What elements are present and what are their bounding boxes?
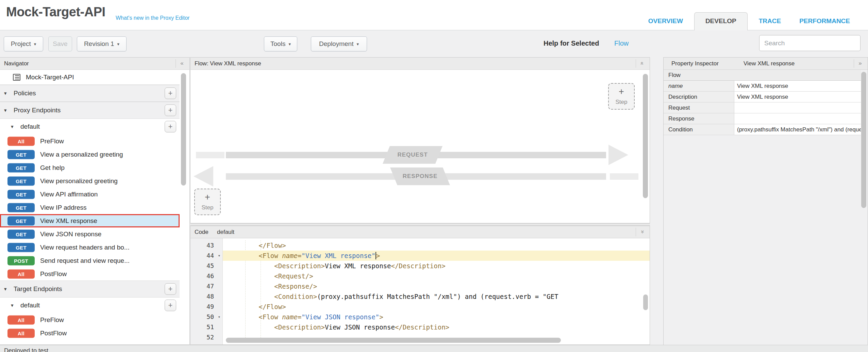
caret-down-icon[interactable]: ▾ — [4, 286, 7, 292]
line-gutter: 50▾ — [190, 312, 223, 322]
nav-item-label: PostFlow — [40, 270, 67, 278]
code-line-text: <Flow name="View JSON response"> — [223, 312, 650, 322]
nav-item-preflow[interactable]: AllPreFlow — [0, 134, 180, 148]
code-line-51[interactable]: 51 <Description>View JSON response</Desc… — [190, 322, 650, 332]
caret-down-icon[interactable]: ▾ — [4, 90, 7, 96]
code-vertical-scrollbar-thumb[interactable] — [643, 294, 648, 310]
code-line-45[interactable]: 45 <Description>View XML response</Descr… — [190, 261, 650, 271]
nav-item-proxy-endpoints[interactable]: ▾Proxy Endpoints+ — [0, 102, 180, 119]
code-horizontal-scrollbar-thumb[interactable] — [226, 338, 561, 343]
add-step-button[interactable]: + Step — [608, 83, 635, 110]
nav-item-view-personalized-greeting[interactable]: GETView personalized greeting — [0, 174, 180, 188]
caret-down-icon[interactable]: ▾ — [11, 302, 14, 308]
property-label: Request — [664, 102, 734, 113]
property-value-field[interactable]: View XML response — [734, 92, 861, 102]
property-value-field[interactable] — [734, 102, 861, 113]
fold-toggle-icon[interactable]: ▾ — [218, 251, 220, 261]
property-value-field[interactable] — [734, 113, 861, 124]
response-arrowhead-icon — [194, 166, 213, 187]
add-button[interactable]: + — [165, 121, 176, 132]
whats-new-link[interactable]: What's new in the Proxy Editor — [116, 15, 189, 21]
add-step-button[interactable]: + Step — [194, 189, 221, 215]
project-menu-button[interactable]: Project ▾ — [4, 36, 43, 51]
flow-panel-title: Flow: View XML response — [195, 58, 261, 69]
nav-item-label: View a personalized greeting — [40, 151, 123, 158]
search-input[interactable] — [759, 35, 861, 51]
code-panel-endpoint: default — [217, 226, 234, 238]
scrollbar-thumb[interactable] — [181, 73, 186, 186]
add-button[interactable]: + — [165, 300, 176, 311]
collapse-up-icon[interactable]: « — [636, 59, 648, 68]
nav-item-get-help[interactable]: GETGet help — [0, 161, 180, 174]
nav-item-send-request-and-view-reque[interactable]: POSTSend request and view reque... — [0, 254, 180, 267]
nav-item-view-ip-address[interactable]: GETView IP address — [0, 201, 180, 214]
revision-menu-button[interactable]: Revision 1 ▾ — [77, 36, 127, 51]
panel-resize-handle[interactable] — [190, 223, 650, 226]
flow-diagram-canvas[interactable]: + Step REQUEST RESPONSE + Step — [190, 70, 650, 223]
deployment-menu-button[interactable]: Deployment ▾ — [311, 36, 367, 51]
request-flow-label: REQUEST — [383, 146, 443, 164]
collapse-down-icon[interactable]: « — [636, 227, 648, 237]
scrollbar-thumb[interactable] — [643, 74, 648, 198]
code-line-44[interactable]: 44▾ <Flow name="View XML response"> — [190, 251, 650, 261]
navigator-scrollbar[interactable] — [181, 72, 186, 341]
save-button[interactable]: Save — [48, 36, 72, 51]
nav-item-view-api-affirmation[interactable]: GETView API affirmation — [0, 188, 180, 201]
code-editor[interactable]: 43 </Flow>44▾ <Flow name="View XML respo… — [190, 238, 650, 345]
nav-item-preflow[interactable]: AllPreFlow — [0, 313, 180, 326]
code-line-text: <Response/> — [223, 281, 650, 291]
tools-menu-button[interactable]: Tools ▾ — [264, 36, 297, 51]
inspector-row-name: nameView XML response — [664, 81, 861, 92]
code-line-47[interactable]: 47 <Response/> — [190, 281, 650, 291]
tab-overview[interactable]: OVERVIEW — [639, 17, 692, 30]
tab-trace[interactable]: TRACE — [750, 17, 790, 30]
caret-down-icon[interactable]: ▾ — [11, 124, 14, 130]
expand-panel-icon[interactable]: » — [855, 58, 865, 69]
fold-toggle-icon[interactable]: ▾ — [218, 312, 220, 322]
line-number: 45 — [206, 261, 214, 271]
code-line-50[interactable]: 50▾ <Flow name="View JSON response"> — [190, 312, 650, 322]
response-label-text: RESPONSE — [403, 173, 437, 180]
code-line-49[interactable]: 49 </Flow> — [190, 302, 650, 312]
scrollbar-thumb[interactable] — [861, 72, 866, 208]
request-arrowhead-icon — [608, 145, 628, 165]
code-line-43[interactable]: 43 </Flow> — [190, 240, 650, 251]
inspector-scrollbar[interactable] — [861, 71, 867, 341]
tab-develop[interactable]: DEVELOP — [694, 12, 748, 30]
help-flow-link[interactable]: Flow — [614, 39, 629, 47]
line-number: 50 — [206, 312, 214, 322]
property-value-field[interactable]: (proxy.pathsuffix MatchesPath "/xml") an… — [734, 124, 861, 135]
revision-menu-label: Revision 1 — [84, 40, 114, 48]
nav-item-view-a-personalized-greeting[interactable]: GETView a personalized greeting — [0, 148, 180, 161]
tab-performance[interactable]: PERFORMANCE — [790, 17, 859, 30]
nav-item-postflow[interactable]: AllPostFlow — [0, 267, 180, 281]
nav-item-label: Get help — [40, 164, 65, 172]
property-value-field[interactable]: View XML response — [734, 81, 861, 91]
method-badge: GET — [7, 176, 35, 186]
nav-item-default[interactable]: ▾default+ — [0, 119, 180, 134]
line-gutter: 48 — [190, 291, 223, 302]
nav-item-mock-target-api[interactable]: Mock-Target-API — [0, 70, 180, 85]
nav-item-target-endpoints[interactable]: ▾Target Endpoints+ — [0, 281, 180, 298]
nav-item-view-xml-response[interactable]: GETView XML response — [0, 214, 180, 227]
nav-item-view-json-response[interactable]: GETView JSON response — [0, 227, 180, 241]
method-badge: GET — [7, 216, 35, 225]
collapse-panel-icon[interactable]: « — [177, 58, 187, 69]
nav-item-policies[interactable]: ▾Policies+ — [0, 85, 180, 102]
method-badge: GET — [7, 243, 35, 252]
navigator-panel: Navigator « Mock-Target-API▾Policies+▾Pr… — [0, 57, 190, 345]
code-line-46[interactable]: 46 <Request/> — [190, 271, 650, 281]
code-line-48[interactable]: 48 <Condition>(proxy.pathsuffix MatchesP… — [190, 291, 650, 302]
project-menu-label: Project — [11, 40, 31, 48]
nav-item-postflow[interactable]: AllPostFlow — [0, 326, 180, 340]
add-button[interactable]: + — [165, 87, 176, 99]
caret-down-icon[interactable]: ▾ — [4, 107, 7, 113]
nav-item-view-request-headers-and-bo[interactable]: GETView request headers and bo... — [0, 241, 180, 254]
add-button[interactable]: + — [165, 105, 176, 116]
line-gutter: 47 — [190, 281, 223, 291]
flow-scrollbar[interactable] — [643, 73, 648, 220]
chevron-down-icon: ▾ — [356, 42, 359, 47]
nav-item-default[interactable]: ▾default+ — [0, 298, 180, 313]
add-button[interactable]: + — [165, 283, 176, 295]
nav-item-label: Send request and view reque... — [40, 257, 130, 265]
